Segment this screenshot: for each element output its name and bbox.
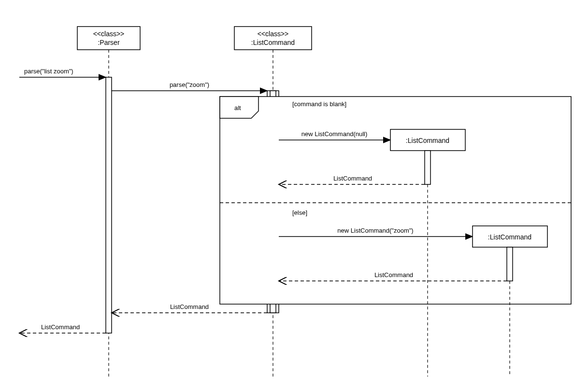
activation-obj2: [507, 247, 513, 281]
participant-listcommand-class: <<class>> :ListCommand: [234, 27, 312, 50]
participant-listcommand-obj2: :ListCommand: [473, 226, 547, 247]
msg-new-null-label: new ListCommand(null): [301, 130, 368, 138]
activation-parser: [106, 77, 112, 333]
alt-guard2: [else]: [292, 209, 307, 216]
msg-parse-zoom-label: parse("zoom"): [170, 81, 209, 88]
participant-parser: <<class>> :Parser: [77, 27, 140, 50]
parser-name: :Parser: [98, 39, 119, 46]
msg-ret-zoom-label: ListCommand: [374, 271, 413, 279]
msg-ret-out-label: ListCommand: [41, 323, 80, 331]
listcmd-obj2-name: :ListCommand: [488, 233, 531, 241]
msg-entry-label: parse("list zoom"): [24, 68, 73, 75]
alt-operator-label: alt: [234, 104, 241, 112]
listcmdclass-stereotype: <<class>>: [258, 30, 289, 38]
participant-listcommand-obj1: :ListCommand: [390, 129, 465, 151]
msg-new-zoom-label: new ListCommand("zoom"): [337, 227, 413, 234]
msg-ret-to-parser-label: ListCommand: [170, 303, 209, 310]
alt-guard1: [command is blank]: [292, 100, 346, 108]
listcmd-obj1-name: :ListCommand: [406, 137, 449, 144]
parser-stereotype: <<class>>: [93, 30, 125, 38]
listcmdclass-name: :ListCommand: [251, 39, 295, 46]
msg-ret-null-label: ListCommand: [333, 175, 372, 182]
activation-obj1: [425, 151, 430, 184]
